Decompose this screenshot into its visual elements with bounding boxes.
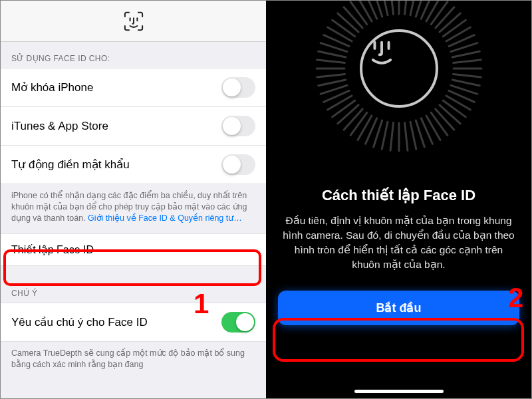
- svg-line-60: [382, 1, 388, 15]
- row-label: Tự động điền mật khẩu: [11, 158, 130, 172]
- faceid-setup-pane: Cách thiết lập Face ID Đầu tiên, định vị…: [266, 1, 531, 398]
- svg-line-10: [439, 13, 460, 32]
- toggle-unlock-iphone[interactable]: [221, 77, 255, 98]
- svg-line-45: [318, 80, 345, 86]
- svg-line-34: [382, 122, 388, 149]
- svg-line-49: [318, 51, 345, 57]
- row-unlock-iphone[interactable]: Mở khóa iPhone: [1, 68, 266, 106]
- faceid-scan-ring: [313, 1, 485, 155]
- svg-line-56: [350, 2, 367, 25]
- svg-line-41: [332, 100, 354, 117]
- svg-line-31: [404, 123, 407, 151]
- row-label: iTunes & App Store: [11, 120, 108, 133]
- svg-line-26: [431, 112, 448, 135]
- svg-line-19: [452, 80, 479, 86]
- svg-line-15: [452, 51, 479, 57]
- svg-line-16: [453, 60, 481, 63]
- footer-about-faceid: iPhone có thể nhận dạng các đặc điểm ba …: [1, 184, 266, 233]
- svg-line-18: [453, 74, 481, 77]
- row-label: Mở khóa iPhone: [11, 80, 93, 94]
- row-label: Yêu cầu chú ý cho Face ID: [11, 315, 148, 329]
- svg-line-6: [421, 1, 432, 19]
- svg-line-40: [337, 105, 358, 124]
- svg-line-53: [332, 20, 354, 37]
- svg-line-25: [435, 109, 454, 130]
- row-autofill-password[interactable]: Tự động điền mật khẩu: [1, 145, 266, 184]
- svg-line-23: [443, 100, 466, 117]
- toggle-require-attention[interactable]: [221, 312, 255, 332]
- setup-faceid-label: Thiết lập Face ID: [11, 244, 94, 255]
- face-outline-icon: [360, 29, 438, 108]
- svg-line-48: [317, 60, 344, 63]
- svg-line-58: [365, 1, 376, 19]
- toggle-itunes-appstore[interactable]: [221, 116, 255, 136]
- svg-line-8: [431, 2, 448, 25]
- svg-line-38: [350, 112, 367, 135]
- svg-line-24: [439, 105, 460, 124]
- svg-line-39: [344, 109, 362, 130]
- svg-line-11: [443, 20, 466, 37]
- section-header-attention: CHÚ Ý: [1, 266, 266, 303]
- svg-line-54: [337, 13, 358, 32]
- faceid-privacy-link[interactable]: Giới thiệu về Face ID & Quyền riêng tư…: [88, 213, 242, 223]
- row-require-attention[interactable]: Yêu cầu chú ý cho Face ID: [1, 303, 266, 342]
- svg-line-30: [410, 122, 416, 149]
- svg-line-46: [317, 74, 344, 77]
- svg-line-3: [404, 1, 407, 14]
- home-indicator[interactable]: [354, 390, 444, 393]
- svg-line-61: [390, 1, 393, 14]
- svg-line-33: [390, 123, 393, 151]
- footer-truedepth: Camera TrueDepth sẽ cung cấp một mức độ …: [1, 342, 266, 380]
- start-button-label: Bắt đầu: [376, 301, 422, 315]
- setup-body-text: Đầu tiên, định vị khuôn mặt của bạn tron…: [281, 213, 517, 272]
- faceid-icon: [122, 10, 145, 33]
- row-itunes-appstore[interactable]: iTunes & App Store: [1, 106, 266, 145]
- setup-title: Cách thiết lập Face ID: [322, 187, 475, 204]
- svg-line-9: [435, 7, 454, 28]
- svg-line-55: [344, 7, 362, 28]
- toggle-autofill-password[interactable]: [221, 154, 255, 175]
- settings-pane: SỬ DỤNG FACE ID CHO: Mở khóa iPhone iTun…: [1, 1, 266, 398]
- header: [1, 1, 266, 42]
- row-setup-faceid[interactable]: Thiết lập Face ID: [1, 233, 266, 266]
- start-button[interactable]: Bắt đầu: [278, 291, 519, 325]
- section-header-use-faceid: SỬ DỤNG FACE ID CHO:: [1, 42, 266, 68]
- svg-line-4: [410, 1, 416, 15]
